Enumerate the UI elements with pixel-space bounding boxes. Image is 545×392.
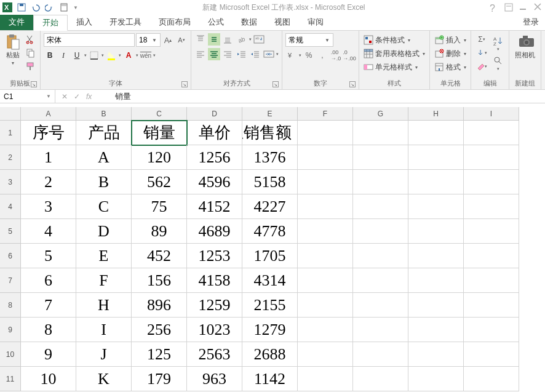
tab-view[interactable]: 视图 [266, 15, 299, 30]
cell[interactable] [353, 244, 408, 268]
cell[interactable] [353, 145, 408, 170]
cell[interactable] [298, 244, 353, 268]
cell[interactable]: 5 [21, 244, 76, 268]
row-header[interactable]: 8 [0, 293, 21, 318]
cell[interactable] [353, 219, 408, 244]
cell[interactable]: 1279 [242, 318, 298, 342]
name-box[interactable]: C1▼ [0, 90, 55, 103]
cell[interactable]: 896 [132, 293, 187, 318]
cell[interactable]: 125 [132, 342, 187, 367]
cell[interactable]: 1253 [187, 244, 242, 268]
format-cells-button[interactable]: 格式▾ [433, 60, 467, 74]
cell[interactable] [408, 244, 464, 268]
cell[interactable] [408, 342, 464, 367]
decrease-font-icon[interactable]: A▾ [175, 34, 188, 46]
align-left-icon[interactable] [194, 48, 207, 60]
cell[interactable]: 256 [132, 318, 187, 342]
cell[interactable]: 序号 [21, 121, 76, 145]
cell[interactable]: 1705 [242, 244, 298, 268]
find-select-icon[interactable]: ▾ [491, 54, 506, 73]
row-header[interactable]: 3 [0, 170, 21, 194]
cell[interactable] [464, 367, 519, 391]
cell[interactable] [408, 121, 464, 145]
cell[interactable]: 2563 [187, 342, 242, 367]
cell[interactable] [298, 194, 353, 219]
redo-icon[interactable] [45, 2, 55, 12]
font-size-input[interactable] [137, 36, 150, 44]
cell[interactable] [408, 145, 464, 170]
cell[interactable] [408, 194, 464, 219]
cell[interactable]: 4689 [187, 219, 242, 244]
cell[interactable]: 单价 [187, 121, 242, 145]
cell[interactable] [353, 268, 408, 293]
conditional-formatting-button[interactable]: 条件格式▾ [362, 33, 412, 47]
enter-icon[interactable]: ✓ [74, 92, 80, 101]
autosum-icon[interactable]: Σ ▾ [474, 33, 489, 46]
undo-icon[interactable] [31, 2, 41, 12]
spreadsheet-grid[interactable]: 1234567891011 ABCDEFGHI 序号产品销量单价总销售额1A12… [0, 107, 545, 392]
row-header[interactable]: 6 [0, 244, 21, 268]
cell[interactable] [298, 121, 353, 145]
fill-icon[interactable]: ▾ [474, 47, 489, 59]
cell[interactable]: 2155 [242, 293, 298, 318]
delete-cells-button[interactable]: 删除▾ [433, 47, 467, 60]
tab-data[interactable]: 数据 [233, 15, 266, 30]
dialog-launcher-icon[interactable] [349, 81, 356, 87]
camera-button[interactable]: 照相机 [512, 33, 538, 61]
row-header[interactable]: 5 [0, 219, 21, 244]
cell[interactable] [298, 342, 353, 367]
cell[interactable]: 2688 [242, 342, 298, 367]
font-color-icon[interactable]: A [122, 49, 135, 62]
cell[interactable]: A [76, 145, 132, 170]
cell[interactable]: 89 [132, 219, 187, 244]
save-icon[interactable] [17, 2, 26, 12]
cell[interactable] [353, 170, 408, 194]
cell[interactable] [353, 318, 408, 342]
cell[interactable] [464, 293, 519, 318]
column-header[interactable]: F [298, 107, 353, 121]
close-icon[interactable] [534, 3, 543, 12]
font-name-combo[interactable]: ▼ [44, 33, 135, 47]
cell[interactable] [408, 318, 464, 342]
calculator-icon[interactable] [59, 2, 69, 12]
format-painter-icon[interactable] [25, 60, 37, 73]
dialog-launcher-icon[interactable] [181, 81, 188, 87]
cell[interactable]: 4152 [187, 194, 242, 219]
cell[interactable] [353, 367, 408, 391]
align-bottom-icon[interactable] [221, 33, 234, 46]
border-icon[interactable] [88, 49, 100, 62]
number-format-combo[interactable]: ▼ [285, 33, 333, 47]
cell[interactable]: 4314 [242, 268, 298, 293]
cell[interactable]: 1 [21, 145, 76, 170]
help-icon[interactable]: ? [490, 3, 498, 12]
cell[interactable]: 562 [132, 170, 187, 194]
cell[interactable]: 9 [21, 342, 76, 367]
row-header[interactable]: 9 [0, 318, 21, 342]
cell[interactable]: 963 [187, 367, 242, 391]
cut-icon[interactable] [25, 33, 37, 46]
number-format-input[interactable] [286, 36, 323, 44]
cell[interactable]: E [76, 244, 132, 268]
fill-color-icon[interactable] [105, 49, 117, 62]
cell[interactable] [298, 145, 353, 170]
format-as-table-button[interactable]: 套用表格格式▾ [362, 47, 426, 60]
insert-cells-button[interactable]: 插入▾ [433, 33, 467, 47]
chevron-down-icon[interactable]: ▼ [323, 38, 332, 43]
cell[interactable]: 1376 [242, 145, 298, 170]
cell[interactable] [464, 318, 519, 342]
align-right-icon[interactable] [221, 48, 234, 60]
formula-input[interactable]: 销量 [98, 91, 131, 102]
align-middle-icon[interactable] [208, 33, 220, 46]
cell[interactable]: 452 [132, 244, 187, 268]
tab-review[interactable]: 审阅 [299, 15, 332, 30]
align-top-icon[interactable] [194, 33, 207, 46]
cell[interactable]: 1023 [187, 318, 242, 342]
row-header[interactable]: 10 [0, 342, 21, 367]
cell[interactable]: 156 [132, 268, 187, 293]
cell[interactable] [464, 244, 519, 268]
cell[interactable]: H [76, 293, 132, 318]
cell[interactable]: 2 [21, 170, 76, 194]
accounting-format-icon[interactable]: ¥ [285, 49, 298, 62]
font-name-input[interactable] [44, 36, 141, 44]
copy-icon[interactable] [25, 47, 37, 59]
